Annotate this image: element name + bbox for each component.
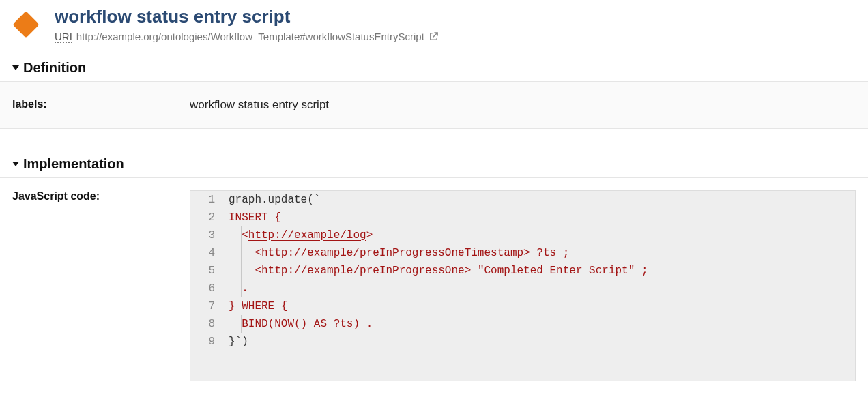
code-line: 5 <http://example/preInProgressOne> "Com… <box>190 262 855 280</box>
labels-field-value: workflow status entry script <box>190 98 329 112</box>
line-number: 3 <box>190 226 223 244</box>
page-header: workflow status entry script URI http://… <box>0 0 868 55</box>
section-heading-definition: Definition <box>23 60 86 76</box>
svg-rect-0 <box>12 11 40 38</box>
line-number: 4 <box>190 244 223 262</box>
line-number: 2 <box>190 209 223 226</box>
line-number: 8 <box>190 315 223 333</box>
code-line: 4 <http://example/preInProgressOneTimest… <box>190 244 855 262</box>
labels-field-label: labels: <box>12 98 190 112</box>
header-text: workflow status entry script URI http://… <box>55 7 858 42</box>
line-number: 5 <box>190 262 223 280</box>
uri-label: URI <box>55 31 72 42</box>
line-number: 7 <box>190 297 223 315</box>
diamond-icon <box>10 8 42 41</box>
section-heading-implementation: Implementation <box>23 156 124 172</box>
code-line: 1 graph.update(` <box>190 191 855 209</box>
uri-value: http://example.org/ontologies/Workflow_T… <box>76 31 424 42</box>
code-editor[interactable]: 1 graph.update(` 2 INSERT { 3 <http://ex… <box>190 190 856 381</box>
line-number: 1 <box>190 191 223 209</box>
open-external-link[interactable] <box>429 31 439 42</box>
line-number: 9 <box>190 333 223 351</box>
section-definition-toggle[interactable]: Definition <box>0 55 868 81</box>
line-number: 6 <box>190 280 223 297</box>
section-implementation-toggle[interactable]: Implementation <box>0 151 868 177</box>
code-line: 2 INSERT { <box>190 209 855 226</box>
code-line: 9 }`) <box>190 333 855 351</box>
code-line: 7 } WHERE { <box>190 297 855 315</box>
code-field-label: JavaScript code: <box>12 190 190 381</box>
caret-down-icon <box>12 162 19 166</box>
external-link-icon <box>429 31 439 42</box>
page-title: workflow status entry script <box>55 7 858 27</box>
code-line: 6 . <box>190 280 855 297</box>
section-implementation-body: JavaScript code: 1 graph.update(` 2 INSE… <box>0 177 868 381</box>
uri-row: URI http://example.org/ontologies/Workfl… <box>55 31 858 42</box>
code-line: 8 BIND(NOW() AS ?ts) . <box>190 315 855 333</box>
section-definition-body: labels: workflow status entry script <box>0 81 868 129</box>
code-line: 3 <http://example/log> <box>190 226 855 244</box>
caret-down-icon <box>12 65 19 70</box>
